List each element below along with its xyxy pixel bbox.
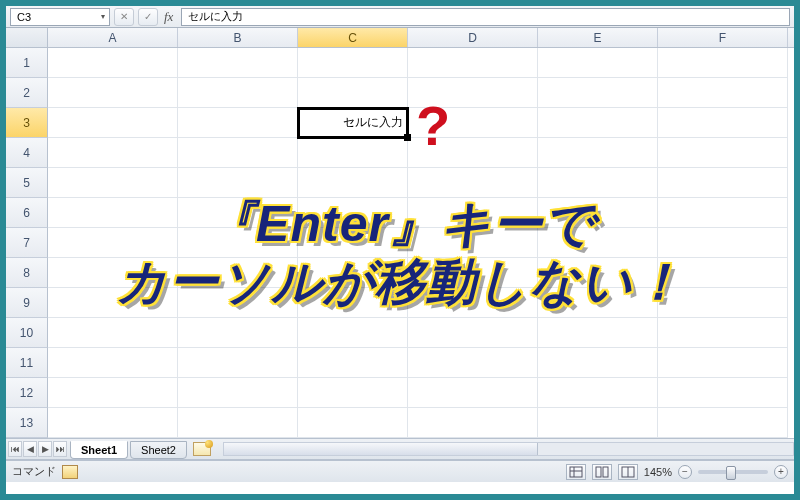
accept-formula-button[interactable]: ✓: [138, 8, 158, 26]
column-header-B[interactable]: B: [178, 28, 298, 47]
cell-C5[interactable]: [298, 168, 408, 198]
column-header-F[interactable]: F: [658, 28, 788, 47]
cell-B4[interactable]: [178, 138, 298, 168]
cell-A6[interactable]: [48, 198, 178, 228]
cell-D11[interactable]: [408, 348, 538, 378]
cell-B11[interactable]: [178, 348, 298, 378]
cell-B10[interactable]: [178, 318, 298, 348]
row-header-3[interactable]: 3: [6, 108, 48, 138]
row-header-2[interactable]: 2: [6, 78, 48, 108]
sheet-nav-next[interactable]: ▶: [38, 441, 52, 457]
cell-A10[interactable]: [48, 318, 178, 348]
cell-E5[interactable]: [538, 168, 658, 198]
zoom-out-button[interactable]: −: [678, 465, 692, 479]
cell-B13[interactable]: [178, 408, 298, 438]
cell-B8[interactable]: [178, 258, 298, 288]
cell-F8[interactable]: [658, 258, 788, 288]
cell-B9[interactable]: [178, 288, 298, 318]
cell-F6[interactable]: [658, 198, 788, 228]
row-header-1[interactable]: 1: [6, 48, 48, 78]
row-header-4[interactable]: 4: [6, 138, 48, 168]
cell-B3[interactable]: [178, 108, 298, 138]
cell-D10[interactable]: [408, 318, 538, 348]
cell-C13[interactable]: [298, 408, 408, 438]
cell-C2[interactable]: [298, 78, 408, 108]
cell-C11[interactable]: [298, 348, 408, 378]
cell-E3[interactable]: [538, 108, 658, 138]
row-header-10[interactable]: 10: [6, 318, 48, 348]
cell-A13[interactable]: [48, 408, 178, 438]
cell-F12[interactable]: [658, 378, 788, 408]
cell-D1[interactable]: [408, 48, 538, 78]
sheet-tab-sheet1[interactable]: Sheet1: [70, 441, 128, 459]
cell-D3[interactable]: [408, 108, 538, 138]
sheet-nav-prev[interactable]: ◀: [23, 441, 37, 457]
select-all-corner[interactable]: [6, 28, 48, 47]
macro-record-icon[interactable]: [62, 465, 78, 479]
cell-F1[interactable]: [658, 48, 788, 78]
sheet-tab-sheet2[interactable]: Sheet2: [130, 441, 187, 459]
cell-B12[interactable]: [178, 378, 298, 408]
horizontal-scrollbar[interactable]: [223, 442, 794, 456]
cell-D5[interactable]: [408, 168, 538, 198]
cell-C7[interactable]: [298, 228, 408, 258]
cell-F10[interactable]: [658, 318, 788, 348]
view-pagebreak-button[interactable]: [618, 464, 638, 480]
cell-B5[interactable]: [178, 168, 298, 198]
view-pagelayout-button[interactable]: [592, 464, 612, 480]
row-header-7[interactable]: 7: [6, 228, 48, 258]
cell-E11[interactable]: [538, 348, 658, 378]
cell-D6[interactable]: [408, 198, 538, 228]
cell-C9[interactable]: [298, 288, 408, 318]
cell-E13[interactable]: [538, 408, 658, 438]
cell-A8[interactable]: [48, 258, 178, 288]
zoom-value[interactable]: 145%: [644, 466, 672, 478]
cell-F4[interactable]: [658, 138, 788, 168]
formula-bar[interactable]: セルに入力: [181, 8, 790, 26]
cell-A5[interactable]: [48, 168, 178, 198]
cell-D13[interactable]: [408, 408, 538, 438]
cell-C8[interactable]: [298, 258, 408, 288]
cell-E9[interactable]: [538, 288, 658, 318]
cell-E2[interactable]: [538, 78, 658, 108]
row-header-5[interactable]: 5: [6, 168, 48, 198]
cell-F5[interactable]: [658, 168, 788, 198]
cell-A4[interactable]: [48, 138, 178, 168]
zoom-in-button[interactable]: +: [774, 465, 788, 479]
sheet-nav-first[interactable]: ⏮: [8, 441, 22, 457]
cell-B1[interactable]: [178, 48, 298, 78]
cell-F11[interactable]: [658, 348, 788, 378]
name-box[interactable]: C3 ▾: [10, 8, 110, 26]
column-header-A[interactable]: A: [48, 28, 178, 47]
cell-C4[interactable]: [298, 138, 408, 168]
cell-B2[interactable]: [178, 78, 298, 108]
cell-F9[interactable]: [658, 288, 788, 318]
column-header-E[interactable]: E: [538, 28, 658, 47]
cell-E4[interactable]: [538, 138, 658, 168]
cell-B6[interactable]: [178, 198, 298, 228]
row-header-13[interactable]: 13: [6, 408, 48, 438]
column-header-C[interactable]: C: [298, 28, 408, 47]
row-header-12[interactable]: 12: [6, 378, 48, 408]
cell-F3[interactable]: [658, 108, 788, 138]
cell-B7[interactable]: [178, 228, 298, 258]
cell-D4[interactable]: [408, 138, 538, 168]
cell-C6[interactable]: [298, 198, 408, 228]
cell-A9[interactable]: [48, 288, 178, 318]
cell-A2[interactable]: [48, 78, 178, 108]
row-header-8[interactable]: 8: [6, 258, 48, 288]
cell-E1[interactable]: [538, 48, 658, 78]
cell-A7[interactable]: [48, 228, 178, 258]
row-header-11[interactable]: 11: [6, 348, 48, 378]
cell-D12[interactable]: [408, 378, 538, 408]
cell-C3[interactable]: セルに入力: [298, 108, 408, 138]
view-normal-button[interactable]: [566, 464, 586, 480]
cell-A3[interactable]: [48, 108, 178, 138]
cancel-formula-button[interactable]: ✕: [114, 8, 134, 26]
cell-E8[interactable]: [538, 258, 658, 288]
fx-icon[interactable]: fx: [164, 9, 173, 25]
cell-D8[interactable]: [408, 258, 538, 288]
cell-D7[interactable]: [408, 228, 538, 258]
cell-C10[interactable]: [298, 318, 408, 348]
cell-E7[interactable]: [538, 228, 658, 258]
